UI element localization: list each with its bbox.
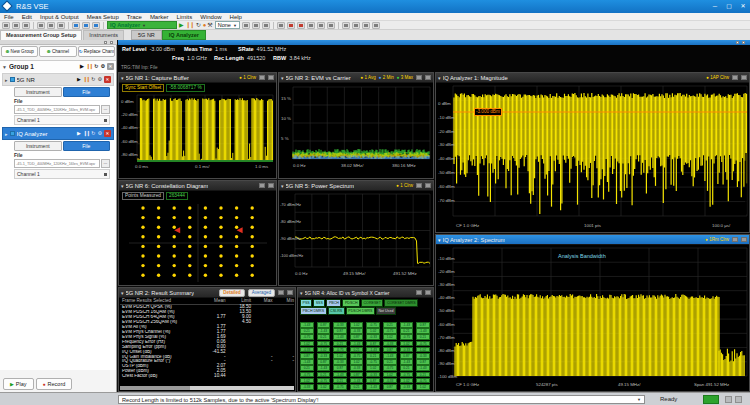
print-icon[interactable] [416, 290, 422, 295]
delete-icon[interactable] [425, 183, 431, 188]
menu-file[interactable]: File [0, 14, 18, 20]
collapse-icon[interactable]: ▾ [438, 75, 441, 81]
delete-icon[interactable] [287, 290, 293, 295]
channel-tab-iq-analyzer[interactable]: IQ Analyzer [162, 30, 206, 40]
print-icon[interactable] [416, 183, 422, 188]
close-icon[interactable]: ✕ [736, 1, 750, 12]
menu-meas-setup[interactable]: Meas Setup [83, 14, 123, 20]
print-icon[interactable] [416, 75, 422, 80]
pause-icon[interactable]: ❙❙ [86, 64, 92, 69]
record-icon[interactable]: ● [203, 22, 206, 29]
collapse-icon[interactable]: ▾ [121, 290, 124, 296]
channel-select-dropdown[interactable]: IQ Analyzer▼ [107, 21, 177, 29]
collapse-icon[interactable]: ▾ [281, 75, 284, 81]
print-icon[interactable] [259, 183, 265, 188]
print-icon[interactable] [259, 75, 265, 80]
play-icon[interactable]: ▶ [179, 22, 184, 29]
import-icon[interactable] [37, 22, 45, 29]
select-icon[interactable] [362, 22, 370, 29]
pause-icon[interactable]: ❙❙ [83, 131, 89, 136]
toggle-instrument[interactable]: Instrument [14, 87, 62, 97]
delete-icon[interactable] [741, 75, 747, 80]
menu-trace[interactable]: Trace [123, 14, 146, 20]
collapse-icon[interactable]: ▾ [121, 75, 124, 81]
menu-marker[interactable]: Marker [146, 14, 173, 20]
zoom-off-icon[interactable] [277, 22, 285, 29]
panel-constellation[interactable]: ▾ 5G NR 6: Constellation Diagram Points … [118, 180, 277, 286]
power-spectrum-plot[interactable]: -70 dBm/Hz-80 dBm/Hz-90 dBm/Hz-100 dBm/H… [279, 191, 433, 285]
tab-instruments[interactable]: Instruments [83, 30, 124, 40]
delete-icon[interactable] [268, 75, 274, 80]
capture-icon[interactable] [342, 22, 350, 29]
mdi-restore-icon[interactable] [736, 41, 739, 44]
collapse-icon[interactable]: ▾ [121, 183, 124, 189]
pause-icon[interactable]: ❙❙ [186, 22, 194, 29]
expander-icon[interactable]: ▸ [5, 77, 8, 83]
horizontal-scrollbar[interactable] [120, 386, 294, 390]
refresh-icon[interactable]: ↻ [91, 77, 95, 82]
refresh-icon[interactable]: ↻ [94, 64, 98, 69]
min-search-icon[interactable] [317, 22, 325, 29]
iq-magnitude-plot[interactable]: 0 dBm-10 dBm-20 dBm-30 dBm-40 dBm-50 dBm… [436, 83, 749, 232]
zoom-icon[interactable] [262, 22, 270, 29]
play-icon[interactable]: ▶ [77, 77, 81, 82]
collapse-icon[interactable]: ▾ [438, 237, 441, 243]
panel-result-summary[interactable]: ▾ 5G NR 2: Result Summary Detailed Avera… [118, 287, 296, 392]
save-icon[interactable] [22, 22, 30, 29]
delete-icon[interactable] [425, 75, 431, 80]
pause-icon[interactable]: ❙❙ [83, 77, 89, 82]
refresh-icon[interactable]: ↻ [91, 131, 95, 136]
gear-icon[interactable]: ⚙ [98, 77, 102, 82]
capture-buffer-plot[interactable]: 0 dBm-20 dBm-40 dBm-60 dBm-80 dBm0.0 ms0… [119, 92, 276, 178]
toggle-file[interactable]: File [63, 141, 111, 151]
channel-button[interactable]: ⊕ Channel [39, 46, 76, 57]
panel-capture-buffer[interactable]: ▾ 5G NR 1: Capture Buffer ● 1 Clrw Sync … [118, 72, 277, 179]
play-button[interactable]: ▶Play [3, 378, 34, 390]
delete-icon[interactable] [741, 237, 747, 242]
panel-power-spectrum[interactable]: ▾ 5G NR 5: Power Spectrum ● 1 Clrw -70 d… [278, 180, 434, 286]
marker-to-peak-icon[interactable] [252, 22, 260, 29]
panel-iq-spectrum[interactable]: ▾ IQ Analyzer 2: Spectrum ● 1Rm Clrw -10… [435, 234, 750, 392]
record-button[interactable]: ●Record [36, 378, 73, 390]
delta-marker-icon[interactable] [297, 22, 305, 29]
replace-channel-button[interactable]: ↻ Replace Channel [78, 46, 115, 57]
open-file-icon[interactable] [12, 22, 20, 29]
status-message-dropdown[interactable]: Record Length is limited to 512k Samples… [118, 395, 645, 404]
channel-row[interactable]: Channel 1 [14, 169, 110, 179]
print-icon[interactable] [732, 237, 738, 242]
panel-evm-vs-carrier[interactable]: ▾ 5G NR 3: EVM vs Carrier ● 1 Avg● 2 Min… [278, 72, 434, 179]
menu-limits[interactable]: Limits [173, 14, 197, 20]
help-icon[interactable] [372, 22, 380, 29]
gear-icon[interactable]: ⚙ [101, 64, 105, 69]
expander-icon[interactable]: ▸ [5, 131, 8, 137]
tab-measurement-group-setup[interactable]: Measurement Group Setup [0, 30, 82, 40]
toggle-instrument[interactable]: Instrument [14, 141, 62, 151]
close-channel-icon[interactable]: ✕ [104, 76, 111, 83]
minimize-icon[interactable]: ─ [708, 1, 722, 12]
new-group-button[interactable]: ⊕ New Group [1, 46, 38, 57]
print-icon[interactable] [732, 75, 738, 80]
display-icon[interactable] [92, 22, 100, 29]
delete-icon[interactable] [425, 290, 431, 295]
browse-button[interactable]: ... [101, 105, 110, 114]
refresh-icon[interactable]: ↻ [196, 22, 201, 29]
browse-button[interactable]: ... [101, 159, 110, 168]
toggle-file[interactable]: File [63, 87, 111, 97]
menu-help[interactable]: Help [226, 14, 246, 20]
evm-vs-carrier-plot[interactable]: 15 %10 %5 %0.0 Hz38.02 MHz/380.16 MHz [279, 83, 433, 178]
constellation-plot[interactable] [119, 200, 276, 285]
mdi-close-icon[interactable] [742, 41, 745, 44]
close-channel-icon[interactable]: ✕ [104, 130, 111, 137]
alloc-id-grid[interactable]: PSSSSSPBCHPDSCHCORESETCORESET DMRSPBCH D… [298, 298, 433, 391]
menu-input-output[interactable]: Input & Output [36, 14, 83, 20]
menu-edit[interactable]: Edit [18, 14, 36, 20]
collapse-icon[interactable]: ▾ [300, 290, 303, 296]
print-icon[interactable] [57, 22, 65, 29]
tool-icon[interactable]: ⚒ [207, 22, 212, 29]
delete-icon[interactable] [268, 183, 274, 188]
marker-icon[interactable] [242, 22, 250, 29]
status-icon-1[interactable] [725, 396, 732, 403]
refresh-all-icon[interactable] [352, 22, 360, 29]
gear-icon[interactable]: ⚙ [98, 131, 102, 136]
view-tab-detailed[interactable]: Detailed [219, 289, 245, 297]
